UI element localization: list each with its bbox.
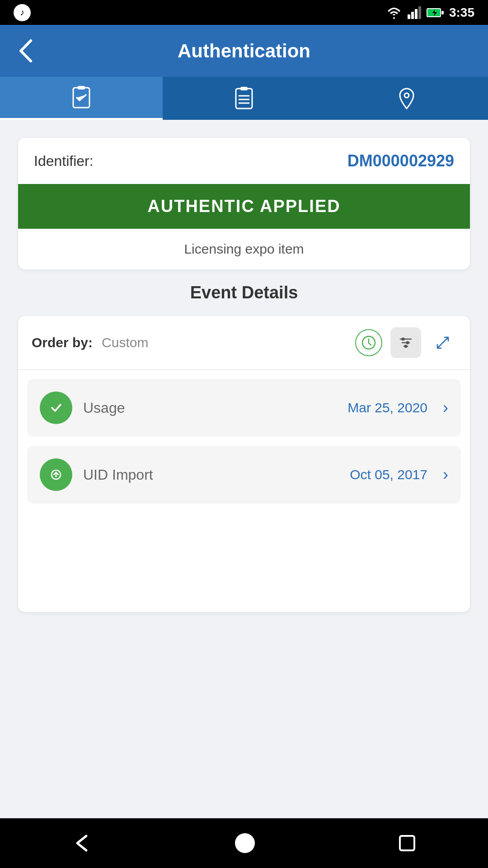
- tab-check[interactable]: [0, 77, 163, 120]
- tab-list-icon: [232, 87, 256, 110]
- back-button[interactable]: [14, 38, 36, 63]
- svg-rect-7: [441, 11, 444, 14]
- music-icon: ♪: [14, 4, 31, 21]
- filter-icon: [398, 335, 414, 351]
- event-date-usage: Mar 25, 2020: [347, 400, 427, 415]
- battery-icon: [427, 6, 444, 19]
- chevron-right-uid-import: ›: [443, 465, 448, 484]
- tab-location[interactable]: [325, 77, 488, 120]
- expand-icon: [434, 334, 452, 352]
- svg-point-15: [404, 93, 409, 98]
- licensing-text: Licensing expo item: [18, 229, 470, 269]
- authentic-badge: AUTHENTIC APPLIED: [18, 184, 470, 229]
- event-details-title: Event Details: [18, 283, 470, 302]
- expand-button[interactable]: [429, 329, 456, 356]
- event-name-uid-import: UID Import: [83, 467, 339, 483]
- events-card: Order by: Custom: [18, 316, 470, 612]
- status-time: 3:35: [449, 5, 474, 20]
- bottom-nav: [0, 818, 488, 868]
- chevron-right-usage: ›: [443, 398, 448, 417]
- svg-rect-11: [240, 87, 248, 90]
- status-bar-left: ♪: [14, 4, 31, 21]
- event-list: Usage Mar 25, 2020 › UID Import Oct 05, …: [18, 370, 470, 513]
- nav-back-icon: [71, 832, 93, 854]
- svg-rect-10: [236, 89, 252, 108]
- order-icons: [355, 327, 456, 358]
- clock-button[interactable]: [355, 329, 382, 356]
- svg-rect-1: [411, 12, 414, 19]
- event-item-usage[interactable]: Usage Mar 25, 2020 ›: [27, 379, 461, 437]
- nav-recents-icon: [397, 833, 417, 853]
- nav-recents-button[interactable]: [397, 833, 417, 853]
- main-content: Identifier: DM000002929 AUTHENTIC APPLIE…: [0, 120, 488, 818]
- identifier-label: Identifier:: [34, 153, 94, 170]
- svg-rect-25: [400, 836, 414, 850]
- authentic-badge-text: AUTHENTIC APPLIED: [147, 197, 340, 216]
- signal-icon: [408, 6, 421, 19]
- tab-bar: [0, 77, 488, 120]
- identifier-value: DM000002929: [347, 151, 454, 170]
- usage-icon-circle: [40, 392, 72, 424]
- nav-home-button[interactable]: [234, 832, 256, 854]
- svg-point-20: [402, 338, 405, 341]
- page-title: Authentication: [45, 40, 443, 62]
- svg-rect-3: [418, 6, 421, 19]
- svg-point-21: [406, 341, 409, 344]
- svg-rect-0: [408, 14, 410, 19]
- nav-home-icon: [234, 832, 256, 854]
- tab-check-icon: [70, 86, 93, 109]
- upload-icon: [47, 466, 65, 483]
- order-row: Order by: Custom: [18, 316, 470, 370]
- uid-import-icon-circle: [40, 458, 72, 491]
- empty-space: [18, 513, 470, 612]
- order-by-value: Custom: [102, 335, 346, 350]
- app-header: Authentication: [0, 25, 488, 77]
- tab-list[interactable]: [163, 77, 325, 120]
- check-icon: [47, 399, 65, 416]
- event-date-uid-import: Oct 05, 2017: [350, 467, 427, 482]
- clock-icon: [361, 335, 376, 350]
- tab-location-icon: [395, 87, 418, 110]
- wifi-icon: [386, 6, 402, 19]
- svg-rect-9: [78, 86, 85, 90]
- svg-rect-2: [415, 9, 418, 19]
- status-bar: ♪ 3:35: [0, 0, 488, 25]
- event-name-usage: Usage: [83, 400, 337, 416]
- status-bar-right: 3:35: [386, 5, 474, 20]
- filter-button[interactable]: [390, 327, 421, 358]
- identifier-row: Identifier: DM000002929: [18, 138, 470, 184]
- svg-point-24: [235, 833, 255, 853]
- order-by-label: Order by:: [32, 335, 93, 350]
- info-card: Identifier: DM000002929 AUTHENTIC APPLIE…: [18, 138, 470, 269]
- bottom-spacer: [18, 626, 470, 635]
- svg-point-22: [404, 345, 408, 348]
- nav-back-button[interactable]: [71, 832, 93, 854]
- event-item-uid-import[interactable]: UID Import Oct 05, 2017 ›: [27, 446, 461, 504]
